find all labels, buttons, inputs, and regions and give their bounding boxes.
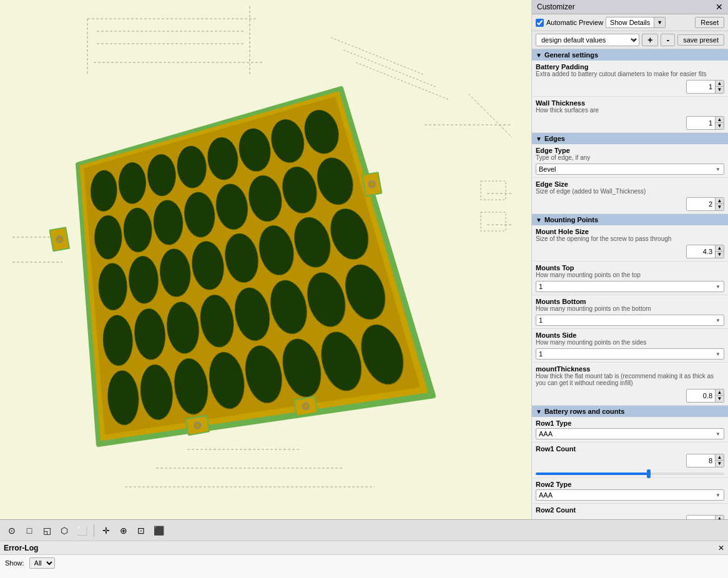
row1-count-slider-row[interactable] bbox=[532, 470, 728, 478]
section-battery-rows[interactable]: ▼ Battery rows and counts bbox=[532, 406, 728, 417]
preset-select[interactable]: design default values bbox=[536, 34, 639, 46]
mounts-top-select[interactable]: 1023 bbox=[536, 281, 724, 292]
row1-count-control: ▲ ▼ bbox=[532, 453, 728, 470]
edge-size-up[interactable]: ▲ bbox=[715, 198, 724, 204]
auto-preview-label: Automatic Preview bbox=[546, 19, 603, 26]
mounts-top-dropdown-wrapper: 1023 bbox=[536, 281, 724, 292]
row2-count-control: ▲ ▼ bbox=[532, 514, 728, 519]
wall-thickness-up[interactable]: ▲ bbox=[715, 117, 724, 123]
toolbar-icon-8[interactable]: ⊡ bbox=[134, 524, 148, 537]
row1-type-select[interactable]: AAAAACDignore row bbox=[536, 428, 724, 439]
row2-type-select[interactable]: AAAAACDignore row bbox=[536, 489, 724, 501]
mounts-side-desc: How many mounting points on the sides bbox=[532, 339, 728, 347]
prop-row1-type: Row1 Type AAAAACDignore row bbox=[532, 417, 728, 443]
mount-thickness-input[interactable] bbox=[687, 391, 715, 401]
mount-thickness-spinbox[interactable]: ▲ ▼ bbox=[686, 389, 724, 403]
battery-padding-input[interactable] bbox=[687, 82, 715, 92]
toolbar-icon-7[interactable]: ⊕ bbox=[117, 524, 130, 537]
edge-size-down[interactable]: ▼ bbox=[715, 204, 724, 210]
row2-count-spinbox[interactable]: ▲ ▼ bbox=[686, 515, 724, 519]
3d-viewport[interactable] bbox=[0, 0, 531, 519]
row1-count-down[interactable]: ▼ bbox=[715, 461, 724, 467]
edge-size-spinbox[interactable]: ▲ ▼ bbox=[686, 197, 724, 211]
row1-count-up[interactable]: ▲ bbox=[715, 454, 724, 461]
mount-hole-size-spinbox-btns: ▲ ▼ bbox=[715, 245, 724, 258]
mount-hole-size-spinbox[interactable]: ▲ ▼ bbox=[686, 245, 724, 258]
svg-line-15 bbox=[331, 37, 425, 75]
section-mounting[interactable]: ▼ Mounting Points bbox=[532, 214, 728, 225]
customizer-header: Customizer ✕ bbox=[532, 0, 728, 14]
edge-type-select[interactable]: Bevel Round None bbox=[536, 164, 724, 175]
edge-type-label: Edge Type bbox=[532, 144, 728, 154]
mount-thickness-desc: How thick the flat mount tab is (recomme… bbox=[532, 373, 728, 388]
prop-edge-type: Edge Type Type of edge, if any Bevel Rou… bbox=[532, 144, 728, 178]
toolbar-icon-9[interactable]: ⬛ bbox=[152, 524, 165, 537]
battery-padding-down[interactable]: ▼ bbox=[715, 87, 724, 93]
section-arrow-general: ▼ bbox=[536, 52, 542, 59]
show-details-button[interactable]: Show Details bbox=[606, 17, 654, 27]
battery-padding-up[interactable]: ▲ bbox=[715, 81, 724, 87]
prop-battery-padding: Battery Padding Extra added to battery c… bbox=[532, 61, 728, 97]
customizer-content: ▼ General settings Battery Padding Extra… bbox=[532, 49, 728, 519]
mount-thickness-down[interactable]: ▼ bbox=[715, 396, 724, 402]
svg-rect-19 bbox=[481, 212, 506, 231]
mounts-bottom-select[interactable]: 1023 bbox=[536, 315, 724, 326]
battery-padding-spinbox[interactable]: ▲ ▼ bbox=[686, 80, 724, 94]
reset-button[interactable]: Reset bbox=[695, 17, 724, 28]
mounts-bottom-label: Mounts Bottom bbox=[532, 295, 728, 305]
mount-thickness-up[interactable]: ▲ bbox=[715, 389, 724, 396]
toolbar-icon-1[interactable]: ⊙ bbox=[5, 524, 19, 537]
toolbar-icon-5[interactable]: ⬜ bbox=[75, 524, 89, 537]
toolbar-icon-2[interactable]: □ bbox=[22, 524, 36, 537]
edge-size-input[interactable] bbox=[687, 199, 715, 209]
wall-thickness-down[interactable]: ▼ bbox=[715, 123, 724, 129]
bottom-toolbar: ⊙ □ ◱ ⬡ ⬜ ✛ ⊕ ⊡ ⬛ bbox=[0, 519, 728, 541]
wall-thickness-label: Wall Thickness bbox=[532, 97, 728, 107]
mounts-side-select[interactable]: 1023 bbox=[536, 348, 724, 360]
show-details-dropdown-arrow[interactable]: ▼ bbox=[654, 17, 665, 27]
edge-type-control: Bevel Round None bbox=[532, 162, 728, 177]
section-arrow-battery-rows: ▼ bbox=[536, 408, 542, 415]
toolbar-icon-6[interactable]: ✛ bbox=[99, 524, 113, 537]
wall-thickness-input[interactable] bbox=[687, 118, 715, 128]
wall-thickness-spinbox[interactable]: ▲ ▼ bbox=[686, 116, 724, 130]
mounts-side-control: 1023 bbox=[532, 347, 728, 362]
mount-hole-size-input[interactable] bbox=[687, 247, 715, 257]
save-preset-button[interactable]: save preset bbox=[677, 34, 724, 46]
customizer-toolbar: Automatic Preview Show Details ▼ Reset bbox=[532, 14, 728, 31]
battery-padding-control: ▲ ▼ bbox=[532, 79, 728, 96]
row2-count-label: Row2 Count bbox=[532, 504, 728, 514]
prop-mount-hole-size: Mount Hole Size Size of the opening for … bbox=[532, 225, 728, 262]
mounts-side-dropdown-wrapper: 1023 bbox=[536, 348, 724, 360]
customizer-title: Customizer bbox=[537, 2, 575, 11]
section-label-general: General settings bbox=[544, 51, 598, 59]
row1-count-slider-thumb[interactable] bbox=[647, 469, 651, 478]
mount-hole-size-down[interactable]: ▼ bbox=[715, 252, 724, 258]
remove-preset-button[interactable]: - bbox=[661, 34, 675, 46]
auto-preview-checkbox[interactable] bbox=[536, 19, 544, 27]
wall-thickness-desc: How thick surfaces are bbox=[532, 107, 728, 115]
section-general[interactable]: ▼ General settings bbox=[532, 49, 728, 61]
section-edges[interactable]: ▼ Edges bbox=[532, 133, 728, 144]
edge-type-dropdown-wrapper: Bevel Round None bbox=[536, 164, 724, 175]
svg-rect-18 bbox=[481, 181, 506, 200]
error-log-filter-select[interactable]: All bbox=[29, 557, 55, 569]
error-log-header: Error-Log ✕ bbox=[0, 541, 728, 555]
customizer-close-button[interactable]: ✕ bbox=[716, 2, 723, 11]
row1-count-spinbox-btns: ▲ ▼ bbox=[715, 454, 724, 467]
error-log-close-button[interactable]: ✕ bbox=[718, 544, 724, 552]
wall-thickness-control: ▲ ▼ bbox=[532, 115, 728, 132]
customizer-panel: Customizer ✕ Automatic Preview Show Deta… bbox=[531, 0, 728, 519]
row1-count-slider-bar[interactable] bbox=[536, 473, 724, 475]
row1-type-control: AAAAACDignore row bbox=[532, 427, 728, 442]
edge-size-label: Edge Size bbox=[532, 178, 728, 188]
row1-count-spinbox[interactable]: ▲ ▼ bbox=[686, 454, 724, 468]
prop-row2-type: Row2 Type AAAAACDignore row bbox=[532, 478, 728, 504]
edge-size-spinbox-btns: ▲ ▼ bbox=[715, 198, 724, 210]
row1-type-dropdown-wrapper: AAAAACDignore row bbox=[536, 428, 724, 439]
row1-count-input[interactable] bbox=[687, 456, 715, 466]
toolbar-icon-4[interactable]: ⬡ bbox=[57, 524, 71, 537]
mount-hole-size-up[interactable]: ▲ bbox=[715, 245, 724, 252]
add-preset-button[interactable]: + bbox=[642, 34, 658, 46]
toolbar-icon-3[interactable]: ◱ bbox=[40, 524, 54, 537]
